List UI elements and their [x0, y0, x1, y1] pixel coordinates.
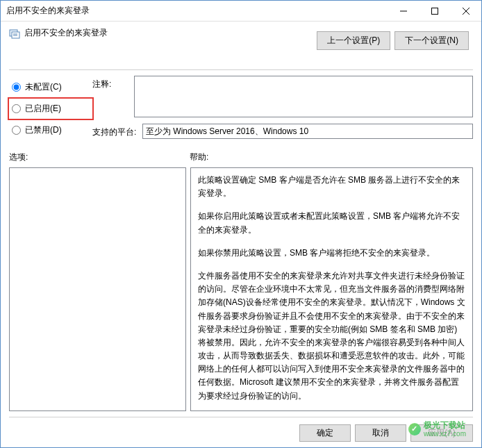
config-row: 未配置(C) 已启用(E) 已禁用(D) 注 [9, 76, 473, 140]
comment-textarea[interactable] [134, 76, 473, 117]
radio-enabled-label: 已启用(E) [25, 103, 61, 115]
minimize-button[interactable] [388, 1, 419, 21]
section-labels: 选项: 帮助: [9, 151, 473, 163]
dialog-window: 启用不安全的来宾登录 启用不安全的来宾登录 [0, 0, 482, 448]
radio-column: 未配置(C) 已启用(E) 已禁用(D) [9, 76, 92, 140]
radio-not-configured-label: 未配置(C) [25, 81, 62, 93]
cancel-button[interactable]: 取消 [355, 424, 406, 442]
close-button[interactable] [450, 1, 481, 21]
nav-buttons: 上一个设置(P) 下一个设置(N) [317, 31, 469, 50]
window-title: 启用不安全的来宾登录 [6, 5, 388, 17]
titlebar[interactable]: 启用不安全的来宾登录 [1, 1, 481, 22]
radio-disabled[interactable]: 已禁用(D) [9, 120, 92, 140]
options-box [9, 167, 186, 411]
ok-button[interactable]: 确定 [299, 424, 351, 442]
radio-disabled-input[interactable] [12, 126, 21, 135]
dialog-content: 启用不安全的来宾登录 上一个设置(P) 下一个设置(N) 未配置(C) 已启用(… [1, 22, 481, 447]
help-paragraph: 如果你启用此策略设置或者未配置此策略设置，SMB 客户端将允许不安全的来宾登录。 [198, 210, 465, 236]
radio-enabled[interactable]: 已启用(E) [12, 101, 90, 116]
help-box[interactable]: 此策略设置确定 SMB 客户端是否允许在 SMB 服务器上进行不安全的来宾登录。… [190, 167, 473, 411]
help-label: 帮助: [190, 151, 208, 163]
bottom-row: 此策略设置确定 SMB 客户端是否允许在 SMB 服务器上进行不安全的来宾登录。… [9, 167, 473, 411]
options-label: 选项: [9, 151, 190, 163]
prev-setting-button[interactable]: 上一个设置(P) [317, 31, 390, 50]
comment-label: 注释: [92, 76, 134, 119]
highlight-box: 已启用(E) [8, 97, 94, 120]
divider [9, 69, 473, 70]
radio-disabled-label: 已禁用(D) [25, 124, 62, 136]
next-setting-button[interactable]: 下一个设置(N) [394, 31, 469, 50]
svg-rect-1 [431, 8, 438, 14]
maximize-button[interactable] [419, 1, 450, 21]
radio-not-configured-input[interactable] [12, 83, 21, 92]
window-controls [388, 1, 481, 21]
platform-field: 至少为 Windows Server 2016、Windows 10 [142, 124, 473, 139]
apply-button[interactable]: 应用(A) [410, 424, 473, 442]
radio-not-configured[interactable]: 未配置(C) [9, 77, 92, 97]
policy-title: 启用不安全的来宾登录 [24, 27, 108, 39]
help-paragraph: 此策略设置确定 SMB 客户端是否允许在 SMB 服务器上进行不安全的来宾登录。 [198, 174, 465, 200]
policy-icon [9, 28, 20, 39]
radio-enabled-input[interactable] [12, 104, 21, 113]
state-radio-group: 未配置(C) 已启用(E) 已禁用(D) [9, 77, 92, 140]
help-paragraph: 如果你禁用此策略设置，SMB 客户端将拒绝不安全的来宾登录。 [198, 247, 465, 260]
footer: 确定 取消 应用(A) ✓ 极光下载站 www.xz7.com [9, 417, 473, 442]
help-paragraph: 文件服务器使用不安全的来宾登录来允许对共享文件夹进行未经身份验证的访问。尽管在企… [198, 269, 465, 403]
platform-label: 支持的平台: [92, 124, 142, 139]
